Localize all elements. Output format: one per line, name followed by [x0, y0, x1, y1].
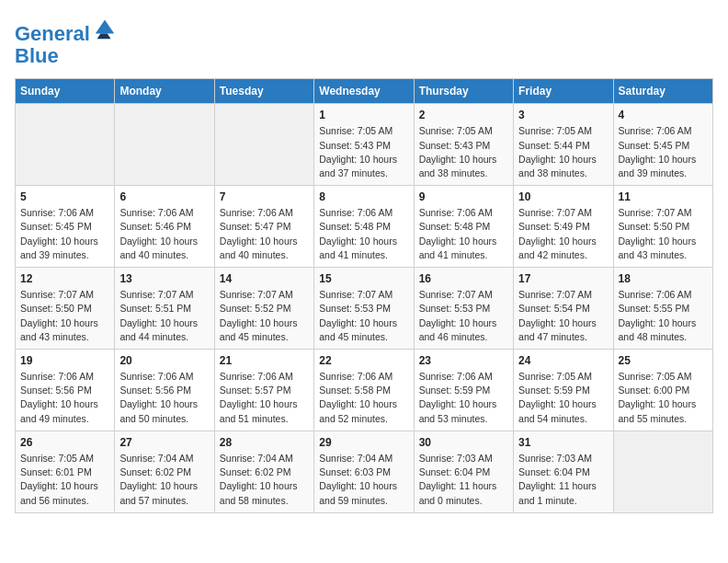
day-info: Sunrise: 7:06 AMSunset: 5:45 PMDaylight:…	[619, 124, 708, 180]
calendar-cell: 21Sunrise: 7:06 AMSunset: 5:57 PMDayligh…	[214, 350, 313, 431]
logo-text: GeneralBlue	[15, 15, 118, 67]
calendar-cell: 4Sunrise: 7:06 AMSunset: 5:45 PMDaylight…	[613, 104, 712, 186]
calendar-cell: 7Sunrise: 7:06 AMSunset: 5:47 PMDaylight…	[214, 186, 313, 268]
calendar-cell: 25Sunrise: 7:05 AMSunset: 6:00 PMDayligh…	[613, 350, 712, 431]
day-number: 28	[220, 436, 309, 449]
day-info: Sunrise: 7:06 AMSunset: 5:59 PMDaylight:…	[419, 370, 508, 426]
calendar-cell: 29Sunrise: 7:04 AMSunset: 6:03 PMDayligh…	[314, 431, 414, 512]
calendar-cell: 27Sunrise: 7:04 AMSunset: 6:02 PMDayligh…	[115, 431, 214, 512]
day-info: Sunrise: 7:06 AMSunset: 5:57 PMDaylight:…	[220, 370, 309, 426]
calendar-cell: 2Sunrise: 7:05 AMSunset: 5:43 PMDaylight…	[414, 104, 513, 186]
day-info: Sunrise: 7:06 AMSunset: 5:45 PMDaylight:…	[20, 206, 109, 262]
calendar-cell: 31Sunrise: 7:03 AMSunset: 6:04 PMDayligh…	[514, 431, 613, 512]
weekday-header: Friday	[514, 79, 613, 104]
day-info: Sunrise: 7:07 AMSunset: 5:49 PMDaylight:…	[518, 206, 608, 262]
calendar-cell: 22Sunrise: 7:06 AMSunset: 5:58 PMDayligh…	[314, 350, 414, 431]
day-info: Sunrise: 7:07 AMSunset: 5:51 PMDaylight:…	[119, 288, 209, 344]
calendar-cell: 1Sunrise: 7:05 AMSunset: 5:43 PMDaylight…	[314, 104, 414, 186]
calendar-cell: 26Sunrise: 7:05 AMSunset: 6:01 PMDayligh…	[16, 431, 115, 512]
day-number: 1	[319, 109, 408, 121]
day-info: Sunrise: 7:07 AMSunset: 5:50 PMDaylight:…	[619, 206, 708, 262]
day-info: Sunrise: 7:04 AMSunset: 6:03 PMDaylight:…	[319, 452, 408, 508]
day-number: 29	[319, 436, 408, 449]
day-number: 26	[20, 436, 109, 449]
day-info: Sunrise: 7:05 AMSunset: 5:43 PMDaylight:…	[419, 124, 508, 180]
day-info: Sunrise: 7:06 AMSunset: 5:48 PMDaylight:…	[319, 206, 408, 262]
weekday-header: Saturday	[613, 79, 712, 104]
day-number: 18	[619, 272, 708, 285]
calendar-cell: 10Sunrise: 7:07 AMSunset: 5:49 PMDayligh…	[514, 186, 613, 268]
calendar-cell: 12Sunrise: 7:07 AMSunset: 5:50 PMDayligh…	[16, 268, 115, 350]
calendar-cell: 19Sunrise: 7:06 AMSunset: 5:56 PMDayligh…	[16, 350, 115, 431]
calendar-cell: 20Sunrise: 7:06 AMSunset: 5:56 PMDayligh…	[115, 350, 214, 431]
calendar-cell	[214, 104, 313, 186]
calendar-table: SundayMondayTuesdayWednesdayThursdayFrid…	[15, 78, 713, 512]
day-number: 15	[319, 272, 408, 285]
weekday-header: Monday	[115, 79, 214, 104]
day-number: 2	[419, 109, 508, 121]
calendar-cell: 8Sunrise: 7:06 AMSunset: 5:48 PMDaylight…	[314, 186, 414, 268]
calendar-cell: 6Sunrise: 7:06 AMSunset: 5:46 PMDaylight…	[115, 186, 214, 268]
day-number: 5	[20, 190, 109, 203]
day-info: Sunrise: 7:06 AMSunset: 5:48 PMDaylight:…	[419, 206, 508, 262]
day-number: 23	[419, 354, 508, 367]
calendar-cell: 5Sunrise: 7:06 AMSunset: 5:45 PMDaylight…	[16, 186, 115, 268]
day-number: 19	[20, 354, 109, 367]
day-number: 25	[619, 354, 708, 367]
day-info: Sunrise: 7:06 AMSunset: 5:56 PMDaylight:…	[119, 370, 209, 426]
day-info: Sunrise: 7:06 AMSunset: 5:56 PMDaylight:…	[20, 370, 109, 426]
day-info: Sunrise: 7:05 AMSunset: 5:44 PMDaylight:…	[518, 124, 608, 180]
calendar-cell	[115, 104, 214, 186]
weekday-header: Sunday	[16, 79, 115, 104]
day-number: 6	[119, 190, 209, 203]
day-info: Sunrise: 7:06 AMSunset: 5:58 PMDaylight:…	[319, 370, 408, 426]
calendar-cell: 17Sunrise: 7:07 AMSunset: 5:54 PMDayligh…	[514, 268, 613, 350]
day-number: 12	[20, 272, 109, 285]
calendar-cell	[613, 431, 712, 512]
day-number: 31	[518, 436, 608, 449]
day-number: 21	[220, 354, 309, 367]
day-info: Sunrise: 7:05 AMSunset: 5:59 PMDaylight:…	[518, 370, 608, 426]
day-number: 10	[518, 190, 608, 203]
day-number: 24	[518, 354, 608, 367]
logo: GeneralBlue	[15, 15, 118, 67]
day-info: Sunrise: 7:06 AMSunset: 5:55 PMDaylight:…	[619, 288, 708, 344]
day-info: Sunrise: 7:05 AMSunset: 5:43 PMDaylight:…	[319, 124, 408, 180]
day-info: Sunrise: 7:04 AMSunset: 6:02 PMDaylight:…	[220, 452, 309, 508]
page-header: GeneralBlue	[15, 15, 713, 67]
day-info: Sunrise: 7:07 AMSunset: 5:54 PMDaylight:…	[518, 288, 608, 344]
calendar-cell: 28Sunrise: 7:04 AMSunset: 6:02 PMDayligh…	[214, 431, 313, 512]
calendar-cell: 11Sunrise: 7:07 AMSunset: 5:50 PMDayligh…	[613, 186, 712, 268]
day-info: Sunrise: 7:06 AMSunset: 5:46 PMDaylight:…	[119, 206, 209, 262]
weekday-header: Wednesday	[314, 79, 414, 104]
day-number: 8	[319, 190, 408, 203]
calendar-cell: 23Sunrise: 7:06 AMSunset: 5:59 PMDayligh…	[414, 350, 513, 431]
day-number: 20	[119, 354, 209, 367]
calendar-cell: 14Sunrise: 7:07 AMSunset: 5:52 PMDayligh…	[214, 268, 313, 350]
weekday-header: Tuesday	[214, 79, 313, 104]
day-number: 27	[119, 436, 209, 449]
day-number: 22	[319, 354, 408, 367]
day-info: Sunrise: 7:03 AMSunset: 6:04 PMDaylight:…	[518, 452, 608, 508]
day-info: Sunrise: 7:03 AMSunset: 6:04 PMDaylight:…	[419, 452, 508, 508]
day-number: 17	[518, 272, 608, 285]
calendar-cell: 9Sunrise: 7:06 AMSunset: 5:48 PMDaylight…	[414, 186, 513, 268]
day-number: 14	[220, 272, 309, 285]
day-number: 7	[220, 190, 309, 203]
logo-icon	[92, 15, 118, 40]
day-info: Sunrise: 7:04 AMSunset: 6:02 PMDaylight:…	[119, 452, 209, 508]
day-number: 30	[419, 436, 508, 449]
day-number: 9	[419, 190, 508, 203]
calendar-cell: 15Sunrise: 7:07 AMSunset: 5:53 PMDayligh…	[314, 268, 414, 350]
day-info: Sunrise: 7:07 AMSunset: 5:52 PMDaylight:…	[220, 288, 309, 344]
day-number: 13	[119, 272, 209, 285]
day-info: Sunrise: 7:07 AMSunset: 5:53 PMDaylight:…	[419, 288, 508, 344]
svg-marker-1	[97, 34, 111, 40]
calendar-cell: 3Sunrise: 7:05 AMSunset: 5:44 PMDaylight…	[514, 104, 613, 186]
day-number: 3	[518, 109, 608, 121]
day-number: 4	[619, 109, 708, 121]
day-info: Sunrise: 7:05 AMSunset: 6:01 PMDaylight:…	[20, 452, 109, 508]
day-info: Sunrise: 7:05 AMSunset: 6:00 PMDaylight:…	[619, 370, 708, 426]
calendar-cell: 30Sunrise: 7:03 AMSunset: 6:04 PMDayligh…	[414, 431, 513, 512]
calendar-cell: 24Sunrise: 7:05 AMSunset: 5:59 PMDayligh…	[514, 350, 613, 431]
